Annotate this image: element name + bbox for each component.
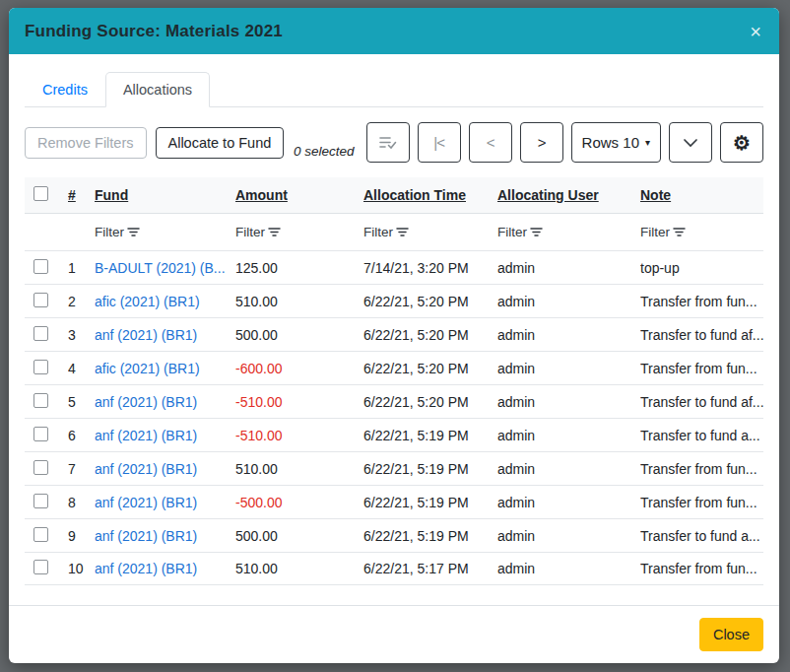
amount-value: 510.00 (235, 561, 278, 576)
table-row[interactable]: 8anf (2021) (BR1)-500.006/22/21, 5:19 PM… (25, 485, 763, 518)
table-row[interactable]: 1B-ADULT (2021) (B...125.007/14/21, 3:20… (25, 250, 763, 284)
table-row[interactable]: 10anf (2021) (BR1)510.006/22/21, 5:17 PM… (25, 552, 763, 585)
fund-link[interactable]: anf (2021) (BR1) (95, 495, 197, 510)
table-row[interactable]: 5anf (2021) (BR1)-510.006/22/21, 5:20 PM… (25, 384, 763, 418)
row-checkbox[interactable] (33, 393, 48, 408)
select-visible-rows-button[interactable] (366, 122, 410, 163)
row-checkbox[interactable] (33, 494, 48, 508)
fund-link[interactable]: afic (2021) (BR1) (95, 361, 200, 376)
column-header-fund[interactable]: Fund (95, 187, 128, 203)
column-header-note[interactable]: Note (640, 187, 671, 203)
allocating-user: admin (497, 361, 535, 376)
table-row[interactable]: 4afic (2021) (BR1)-600.006/22/21, 5:20 P… (25, 351, 763, 384)
allocation-time: 6/22/21, 5:19 PM (363, 495, 469, 510)
column-header-allocating-user[interactable]: Allocating User (497, 187, 599, 203)
pager-button-group: |< < > Rows 10 ▾ ⚙ (366, 122, 763, 163)
close-icon[interactable]: × (748, 22, 763, 41)
fund-link[interactable]: B-ADULT (2021) (B... (95, 260, 226, 276)
fund-link[interactable]: anf (2021) (BR1) (95, 394, 197, 410)
filter-icon (268, 227, 281, 237)
row-number: 1 (68, 260, 76, 276)
filter-label: Filter (363, 225, 393, 239)
grid-actions-dropdown[interactable] (669, 122, 712, 163)
modal-title: Funding Source: Materials 2021 (25, 22, 283, 41)
rows-per-page-label: Rows 10 (582, 134, 639, 151)
prev-page-icon: < (487, 134, 494, 151)
table-row[interactable]: 9anf (2021) (BR1)500.006/22/21, 5:19 PMa… (25, 518, 763, 552)
tab-credits[interactable]: Credits (25, 72, 105, 107)
filter-label: Filter (235, 225, 265, 239)
remove-filters-button[interactable]: Remove Filters (25, 127, 147, 159)
list-check-icon (378, 134, 397, 151)
next-page-icon: > (538, 134, 546, 151)
filter-control-note[interactable]: Filter (640, 225, 756, 239)
modal-footer: Close (9, 605, 779, 663)
allocating-user: admin (497, 327, 535, 343)
allocation-time: 6/22/21, 5:20 PM (363, 327, 469, 343)
table-body: 1B-ADULT (2021) (B...125.007/14/21, 3:20… (25, 250, 763, 585)
allocation-time: 6/22/21, 5:20 PM (363, 394, 469, 410)
amount-value: 510.00 (235, 461, 278, 477)
row-number: 6 (68, 428, 76, 443)
fund-link[interactable]: anf (2021) (BR1) (95, 461, 197, 477)
allocation-time: 6/22/21, 5:19 PM (363, 428, 469, 443)
funding-source-modal: Funding Source: Materials 2021 × Credits… (9, 8, 779, 663)
column-header-amount[interactable]: Amount (235, 187, 288, 203)
select-all-checkbox[interactable] (33, 186, 48, 201)
row-checkbox[interactable] (33, 527, 48, 542)
table-header-row: # Fund Amount Allocation Time Allocating… (25, 177, 763, 214)
filter-control-amount[interactable]: Filter (235, 225, 356, 239)
row-checkbox[interactable] (33, 560, 48, 574)
rows-per-page-dropdown[interactable]: Rows 10 ▾ (571, 122, 661, 163)
row-number: 9 (68, 528, 76, 544)
allocating-user: admin (497, 528, 535, 544)
table-row[interactable]: 2afic (2021) (BR1)510.006/22/21, 5:20 PM… (25, 284, 763, 317)
filter-icon (127, 227, 140, 237)
row-number: 5 (68, 394, 76, 410)
table-row[interactable]: 6anf (2021) (BR1)-510.006/22/21, 5:19 PM… (25, 418, 763, 451)
grid-settings-button[interactable]: ⚙ (720, 122, 763, 163)
row-checkbox[interactable] (33, 326, 48, 341)
amount-value: 500.00 (235, 327, 278, 343)
filter-control-user[interactable]: Filter (497, 225, 632, 239)
row-checkbox[interactable] (33, 427, 48, 441)
filter-control-time[interactable]: Filter (363, 225, 490, 239)
prev-page-button[interactable]: < (469, 122, 512, 163)
table-row[interactable]: 7anf (2021) (BR1)510.006/22/21, 5:19 PMa… (25, 451, 763, 485)
row-checkbox[interactable] (33, 293, 48, 307)
next-page-button[interactable]: > (520, 122, 563, 163)
note-text: Transfer to fund a... (640, 528, 760, 544)
table-row[interactable]: 3anf (2021) (BR1)500.006/22/21, 5:20 PMa… (25, 317, 763, 351)
allocation-time: 6/22/21, 5:20 PM (363, 361, 469, 376)
fund-link[interactable]: anf (2021) (BR1) (95, 561, 197, 576)
note-text: Transfer from fun... (640, 294, 757, 309)
note-text: Transfer to fund af... (640, 394, 763, 410)
row-checkbox[interactable] (33, 460, 48, 475)
row-checkbox[interactable] (33, 259, 48, 274)
amount-value: -600.00 (235, 361, 282, 376)
row-number: 4 (68, 361, 76, 376)
row-checkbox[interactable] (33, 360, 48, 374)
allocating-user: admin (497, 260, 535, 276)
fund-link[interactable]: afic (2021) (BR1) (95, 294, 200, 309)
allocating-user: admin (497, 294, 535, 309)
tab-allocations[interactable]: Allocations (105, 72, 210, 107)
column-header-num[interactable]: # (68, 187, 76, 203)
filter-icon (396, 227, 409, 237)
column-header-allocation-time[interactable]: Allocation Time (363, 187, 466, 203)
close-button[interactable]: Close (699, 618, 763, 651)
allocating-user: admin (497, 461, 535, 477)
gear-icon: ⚙ (733, 131, 751, 155)
fund-link[interactable]: anf (2021) (BR1) (95, 528, 197, 544)
fund-link[interactable]: anf (2021) (BR1) (95, 428, 197, 443)
first-page-icon: |< (433, 134, 444, 151)
filter-control-fund[interactable]: Filter (95, 225, 228, 239)
row-number: 7 (68, 461, 76, 477)
allocate-to-fund-button[interactable]: Allocate to Fund (156, 127, 285, 159)
filter-label: Filter (640, 225, 670, 239)
filter-icon (530, 227, 543, 237)
modal-header: Funding Source: Materials 2021 × (9, 8, 779, 54)
fund-link[interactable]: anf (2021) (BR1) (95, 327, 197, 343)
first-page-button[interactable]: |< (418, 122, 461, 163)
amount-value: 500.00 (235, 528, 278, 544)
